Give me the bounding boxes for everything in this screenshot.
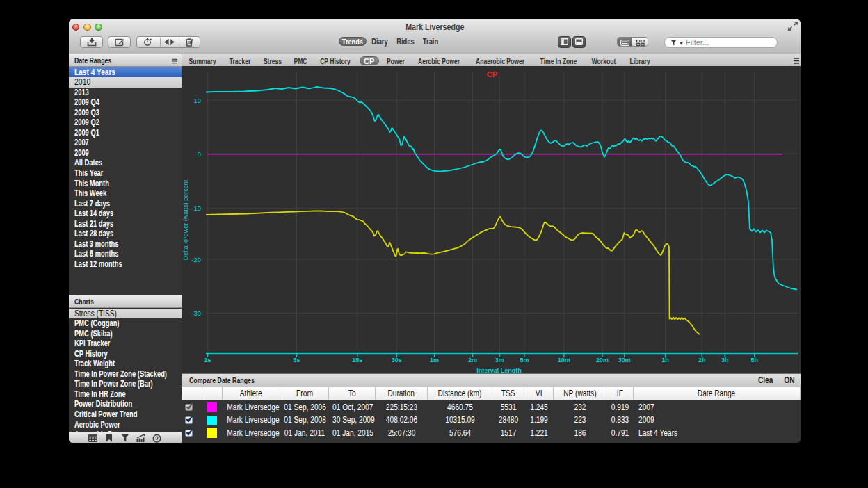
- svg-text:CP: CP: [487, 70, 498, 79]
- svg-text:1h: 1h: [661, 357, 669, 364]
- svg-text:3h: 3h: [721, 357, 729, 364]
- svg-text:0: 0: [198, 150, 201, 158]
- svg-text:15s: 15s: [352, 357, 362, 364]
- svg-text:5s: 5s: [293, 357, 300, 364]
- svg-text:-20: -20: [191, 256, 201, 263]
- svg-text:20m: 20m: [596, 357, 609, 364]
- svg-text:10: 10: [193, 97, 201, 104]
- svg-text:10m: 10m: [558, 357, 570, 364]
- svg-text:-30: -30: [191, 309, 201, 317]
- svg-text:2m: 2m: [468, 357, 477, 364]
- svg-text:5m: 5m: [520, 357, 529, 364]
- svg-text:30m: 30m: [618, 357, 631, 364]
- svg-text:30s: 30s: [392, 357, 402, 364]
- svg-text:1s: 1s: [204, 357, 211, 364]
- svg-text:1m: 1m: [430, 357, 439, 364]
- svg-text:5h: 5h: [750, 357, 758, 364]
- svg-text:3m: 3m: [495, 357, 504, 364]
- svg-text:2h: 2h: [698, 357, 706, 364]
- svg-text:-10: -10: [191, 204, 201, 212]
- svg-text:Delta xPower (watts) percent: Delta xPower (watts) percent: [182, 179, 189, 260]
